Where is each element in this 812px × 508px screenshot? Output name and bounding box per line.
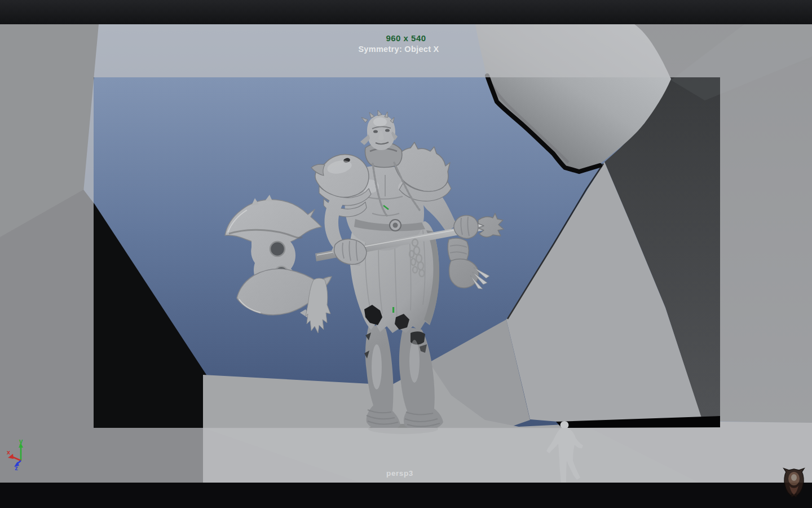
scalp-highlight [373,117,387,126]
letterbox-bottom [0,483,812,508]
symmetry-label: Symmetry: Object X [358,45,439,54]
selection-tick [392,307,394,313]
right-fist [454,215,478,238]
right-bracer [448,238,469,262]
camera-label: persp3 [386,469,413,478]
eye-right [385,129,390,132]
axis-x-label: x [7,449,11,456]
axe-hole-upper [270,242,285,256]
maya-viewport-window: 960 x 540 Symmetry: Object X persp3 y x … [0,0,812,508]
belt-medallion-center [393,223,398,228]
axis-y-label: y [19,437,23,445]
axis-z-label: z [15,465,18,471]
resolution-label: 960 x 540 [386,33,426,43]
figure-head [561,421,569,429]
viewport-canvas[interactable]: 960 x 540 Symmetry: Object X persp3 y x … [0,0,812,508]
knee-highlight [409,340,420,383]
shin-highlight [372,344,382,389]
eye-left [373,130,378,133]
letterbox-top [0,0,812,24]
